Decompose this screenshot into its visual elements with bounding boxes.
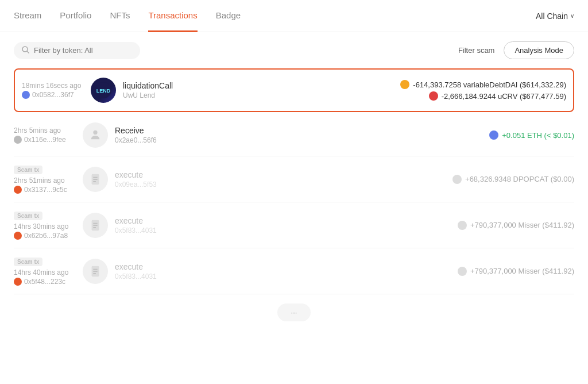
tx-method: execute <box>115 216 458 225</box>
chain-icon <box>14 278 22 286</box>
tx-from: 0x09ea...5f53 <box>115 181 452 189</box>
nav-tabs: Stream Portfolio NFTs Transactions Badge <box>14 0 536 32</box>
table-row[interactable]: 2hrs 5mins ago 0x116e...9fee Receive 0x2… <box>14 114 574 156</box>
tx-amount: -614,393.7258 variableDebtDAI ($614,332.… <box>400 80 566 89</box>
load-more-button[interactable]: ··· <box>277 304 311 321</box>
token-icon <box>458 267 467 276</box>
main-nav: Stream Portfolio NFTs Transactions Badge… <box>0 0 588 32</box>
tab-nfts[interactable]: NFTs <box>110 0 130 32</box>
table-row[interactable]: Scam tx 14hrs 40mins ago 0x5f48...223c e… <box>14 248 574 294</box>
token-icon <box>429 91 438 101</box>
tab-badge[interactable]: Badge <box>216 0 241 32</box>
tx-method: execute <box>115 170 452 179</box>
svg-text:LEND: LEND <box>96 88 111 94</box>
token-icon <box>458 221 467 230</box>
tx-name: execute 0x09ea...5f53 <box>115 170 452 189</box>
chain-icon <box>14 232 22 240</box>
tx-method: liquidationCall <box>123 81 400 90</box>
execute-icon <box>83 259 108 284</box>
chain-icon <box>14 136 22 144</box>
tx-amount: -2,666,184.9244 uCRV ($677,477.59) <box>429 91 566 101</box>
filter-input[interactable] <box>34 46 132 55</box>
chain-label: All Chain <box>536 11 568 21</box>
tx-from: 0x2ae0...56f6 <box>115 136 489 144</box>
tx-meta: Scam tx 14hrs 40mins ago 0x5f48...223c <box>14 256 83 286</box>
table-row[interactable]: 18mins 16secs ago 0x0582...36f7 LEND liq… <box>14 68 574 112</box>
scam-badge: Scam tx <box>14 258 42 266</box>
chain-icon <box>22 91 30 99</box>
tx-time: 2hrs 5mins ago <box>14 126 83 135</box>
tx-amount: +790,377,000 Misser ($411.92) <box>458 221 574 230</box>
tab-portfolio[interactable]: Portfolio <box>60 0 91 32</box>
tx-method: Receive <box>115 126 489 135</box>
tx-amount: +68,326.9348 DPOPCAT ($0.00) <box>452 175 574 184</box>
toolbar: Filter scam Analysis Mode <box>0 32 588 68</box>
tx-name: Receive 0x2ae0...56f6 <box>115 126 489 144</box>
svg-point-4 <box>93 130 97 135</box>
tx-hash: 0x3137...9c5c <box>14 186 83 194</box>
search-icon <box>22 46 29 55</box>
tx-name: liquidationCall UwU Lend <box>123 81 400 99</box>
chain-icon <box>14 186 22 194</box>
transaction-list: 18mins 16secs ago 0x0582...36f7 LEND liq… <box>0 68 588 294</box>
table-row[interactable]: Scam tx 2hrs 51mins ago 0x3137...9c5c ex… <box>14 156 574 202</box>
svg-line-1 <box>27 51 29 53</box>
token-icon <box>400 80 409 89</box>
tx-amounts: +790,377,000 Misser ($411.92) <box>458 267 574 276</box>
tx-time: 14hrs 40mins ago <box>14 268 83 277</box>
token-icon <box>489 130 498 140</box>
execute-icon <box>83 213 108 238</box>
protocol-icon: LEND <box>91 78 116 103</box>
chain-selector[interactable]: All Chain ∨ <box>536 11 574 21</box>
tx-meta: Scam tx 14hrs 30mins ago 0x62b6...97a8 <box>14 210 83 240</box>
tx-amounts: -614,393.7258 variableDebtDAI ($614,332.… <box>400 80 566 101</box>
tx-hash: 0x0582...36f7 <box>22 91 91 99</box>
tx-meta: Scam tx 2hrs 51mins ago 0x3137...9c5c <box>14 164 83 194</box>
receive-icon <box>83 122 108 148</box>
tab-transactions[interactable]: Transactions <box>148 0 197 32</box>
tx-from: UwU Lend <box>123 91 400 99</box>
tx-amounts: +0.051 ETH (< $0.01) <box>489 130 574 140</box>
tx-amount: +790,377,000 Misser ($411.92) <box>458 267 574 276</box>
tx-meta: 2hrs 5mins ago 0x116e...9fee <box>14 126 83 144</box>
tx-amounts: +68,326.9348 DPOPCAT ($0.00) <box>452 175 574 184</box>
load-more-area: ··· <box>0 294 588 331</box>
table-row[interactable]: Scam tx 14hrs 30mins ago 0x62b6...97a8 e… <box>14 202 574 248</box>
chevron-down-icon: ∨ <box>570 13 574 19</box>
tx-hash: 0x62b6...97a8 <box>14 232 83 240</box>
tx-hash: 0x116e...9fee <box>14 136 83 144</box>
tx-name: execute 0x5f83...4031 <box>115 262 458 281</box>
scam-badge: Scam tx <box>14 212 42 220</box>
tx-amounts: +790,377,000 Misser ($411.92) <box>458 221 574 230</box>
toolbar-right: Filter scam Analysis Mode <box>458 41 574 59</box>
tx-amount: +0.051 ETH (< $0.01) <box>489 130 574 140</box>
tx-time: 18mins 16secs ago <box>22 82 91 90</box>
execute-icon <box>83 167 108 192</box>
tx-name: execute 0x5f83...4031 <box>115 216 458 235</box>
scam-badge: Scam tx <box>14 166 42 174</box>
tx-method: execute <box>115 262 458 271</box>
tx-time: 2hrs 51mins ago <box>14 176 83 185</box>
token-icon <box>452 175 462 184</box>
tx-hash: 0x5f48...223c <box>14 278 83 286</box>
filter-input-wrap[interactable] <box>14 42 140 59</box>
filter-scam-label[interactable]: Filter scam <box>458 46 495 55</box>
tx-from: 0x5f83...4031 <box>115 272 458 281</box>
tx-from: 0x5f83...4031 <box>115 226 458 235</box>
tx-meta: 18mins 16secs ago 0x0582...36f7 <box>22 82 91 99</box>
analysis-mode-button[interactable]: Analysis Mode <box>504 41 574 59</box>
tab-stream[interactable]: Stream <box>14 0 41 32</box>
tx-time: 14hrs 30mins ago <box>14 222 83 231</box>
